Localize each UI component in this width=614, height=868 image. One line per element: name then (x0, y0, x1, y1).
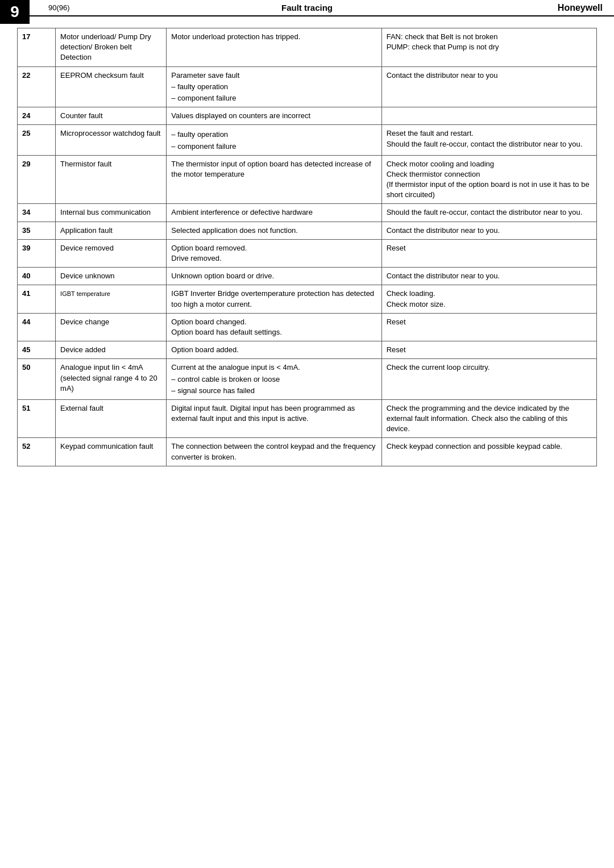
fault-name: Motor underload/ Pump Dry detection/ Bro… (56, 28, 167, 67)
fault-remedy (381, 107, 596, 125)
fault-number: 44 (18, 313, 56, 341)
fault-number: 35 (18, 222, 56, 239)
header-brand: Honeywell (558, 3, 603, 13)
fault-cause: Current at the analogue input is < 4mA.c… (167, 359, 381, 400)
table-row: 25Microprocessor watchdog faultfaulty op… (18, 125, 597, 155)
fault-remedy: Reset (381, 341, 596, 359)
fault-name: Device unknown (56, 268, 167, 285)
fault-number: 51 (18, 399, 56, 438)
fault-cause: Selected application does not function. (167, 222, 381, 239)
fault-name: Device change (56, 313, 167, 341)
table-row: 29Thermistor faultThe thermistor input o… (18, 155, 597, 204)
fault-name: Analogue input Iin < 4mA (selected signa… (56, 359, 167, 400)
fault-number: 41 (18, 285, 56, 313)
fault-name: Device added (56, 341, 167, 359)
fault-cause: Unknown option board or drive. (167, 268, 381, 285)
fault-name: Counter fault (56, 107, 167, 125)
fault-remedy: Check loading. Check motor size. (381, 285, 596, 313)
fault-remedy: Reset (381, 313, 596, 341)
fault-cause: Motor underload protection has tripped. (167, 28, 381, 67)
header-title: Fault tracing (281, 3, 333, 12)
fault-number: 52 (18, 438, 56, 466)
fault-cause: The connection between the control keypa… (167, 438, 381, 466)
fault-number: 40 (18, 268, 56, 285)
fault-remedy: Contact the distributor near to you. (381, 222, 596, 239)
fault-remedy: Should the fault re-occur, contact the d… (381, 204, 596, 222)
table-row: 45Device addedOption board added.Reset (18, 341, 597, 359)
table-row: 34Internal bus communicationAmbient inte… (18, 204, 597, 222)
fault-remedy: Check keypad connection and possible key… (381, 438, 596, 466)
fault-name: EEPROM checksum fault (56, 66, 167, 107)
table-row: 44Device changeOption board changed. Opt… (18, 313, 597, 341)
table-row: 51External faultDigital input fault. Dig… (18, 399, 597, 438)
fault-cause: Digital input fault. Digital input has b… (167, 399, 381, 438)
fault-name: Keypad communication fault (56, 438, 167, 466)
table-row: 40Device unknownUnknown option board or … (18, 268, 597, 285)
page-header: 9 90(96) Fault tracing Honeywell (0, 0, 614, 16)
fault-remedy: Reset the fault and restart. Should the … (381, 125, 596, 155)
fault-cause: Option board changed. Option board has d… (167, 313, 381, 341)
fault-cause: The thermistor input of option board has… (167, 155, 381, 204)
fault-number: 39 (18, 239, 56, 267)
fault-cause: Ambient interference or defective hardwa… (167, 204, 381, 222)
fault-table: 17Motor underload/ Pump Dry detection/ B… (17, 28, 597, 466)
fault-name: Microprocessor watchdog fault (56, 125, 167, 155)
fault-name: IGBT temperature (56, 285, 167, 313)
fault-name: Thermistor fault (56, 155, 167, 204)
fault-remedy: Contact the distributor near to you. (381, 268, 596, 285)
fault-number: 22 (18, 66, 56, 107)
fault-cause: faulty operationcomponent failure (167, 125, 381, 155)
fault-cause: Option board removed. Drive removed. (167, 239, 381, 267)
table-row: 52Keypad communication faultThe connecti… (18, 438, 597, 466)
table-row: 35Application faultSelected application … (18, 222, 597, 239)
table-row: 41IGBT temperatureIGBT Inverter Bridge o… (18, 285, 597, 313)
fault-remedy: Check the current loop circuitry. (381, 359, 596, 400)
page-number-box: 9 (0, 0, 30, 24)
fault-remedy: Check motor cooling and loading Check th… (381, 155, 596, 204)
table-row: 39Device removedOption board removed. Dr… (18, 239, 597, 267)
table-row: 22EEPROM checksum faultParameter save fa… (18, 66, 597, 107)
fault-remedy: Check the programming and the device ind… (381, 399, 596, 438)
header-page-info: 90(96) (48, 3, 70, 12)
fault-number: 34 (18, 204, 56, 222)
fault-name: External fault (56, 399, 167, 438)
fault-number: 24 (18, 107, 56, 125)
fault-number: 50 (18, 359, 56, 400)
fault-cause: Option board added. (167, 341, 381, 359)
fault-number: 25 (18, 125, 56, 155)
fault-cause: IGBT Inverter Bridge overtemperature pro… (167, 285, 381, 313)
fault-cause: Parameter save faultfaulty operationcomp… (167, 66, 381, 107)
fault-name: Application fault (56, 222, 167, 239)
table-row: 50Analogue input Iin < 4mA (selected sig… (18, 359, 597, 400)
fault-number: 45 (18, 341, 56, 359)
table-row: 17Motor underload/ Pump Dry detection/ B… (18, 28, 597, 67)
fault-remedy: FAN: check that Belt is not broken PUMP:… (381, 28, 596, 67)
fault-name: Internal bus communication (56, 204, 167, 222)
table-row: 24Counter faultValues displayed on count… (18, 107, 597, 125)
fault-number: 29 (18, 155, 56, 204)
fault-remedy: Contact the distributor near to you (381, 66, 596, 107)
fault-remedy: Reset (381, 239, 596, 267)
content: 17Motor underload/ Pump Dry detection/ B… (0, 16, 614, 478)
fault-name: Device removed (56, 239, 167, 267)
fault-cause: Values displayed on counters are incorre… (167, 107, 381, 125)
fault-number: 17 (18, 28, 56, 67)
